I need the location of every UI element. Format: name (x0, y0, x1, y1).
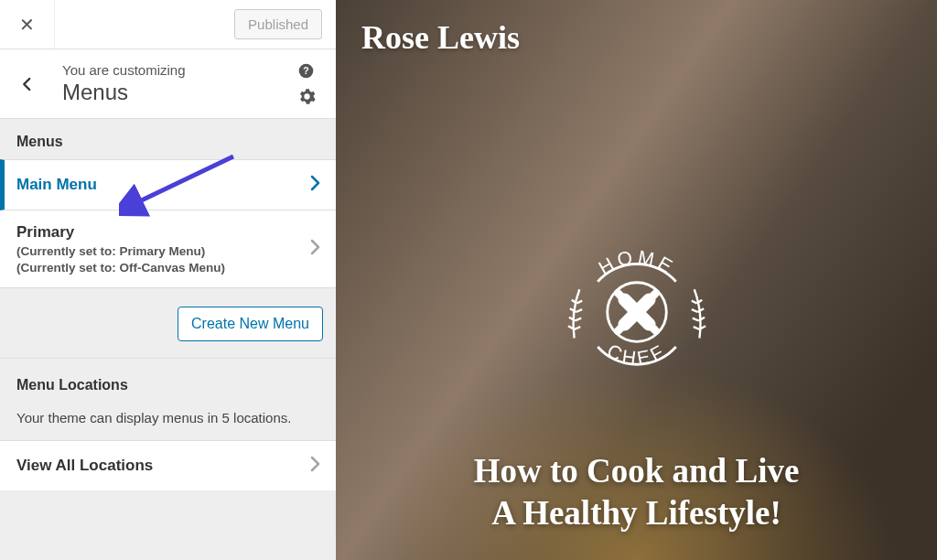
menu-item-title: Primary (16, 223, 225, 242)
badge-top-text: HOME (595, 246, 679, 278)
customizer-sidebar: ✕ Published You are customizing Menus ? … (0, 0, 336, 560)
menu-item-primary[interactable]: Primary (Currently set to: Primary Menu)… (0, 210, 336, 288)
publish-button[interactable]: Published (234, 9, 322, 39)
header-icons: ? (298, 63, 319, 105)
view-all-locations[interactable]: View All Locations (0, 440, 336, 490)
section-title: Menus (62, 80, 298, 105)
hero-line-2: A Healthy Lifestyle! (491, 494, 781, 532)
create-new-menu-button[interactable]: Create New Menu (178, 307, 323, 341)
menu-item-main[interactable]: Main Menu (0, 159, 336, 210)
svg-rect-11 (650, 289, 660, 299)
close-button[interactable]: ✕ (0, 0, 55, 48)
svg-text:?: ? (303, 65, 308, 76)
badge-bottom-text: CHEF (604, 339, 670, 369)
gear-icon[interactable] (298, 88, 316, 105)
svg-text:HOME: HOME (595, 246, 679, 278)
chevron-left-icon (19, 76, 36, 92)
site-preview: Rose Lewis HOME CHEF (336, 0, 937, 560)
svg-rect-7 (614, 289, 624, 299)
customizer-topbar: ✕ Published (0, 0, 336, 49)
view-all-locations-label: View All Locations (16, 457, 153, 475)
header-titles: You are customizing Menus (55, 62, 298, 105)
menu-locations-label: Menu Locations (0, 359, 336, 403)
back-button[interactable] (0, 62, 55, 105)
site-badge: HOME CHEF (550, 225, 724, 399)
chevron-right-icon (310, 454, 321, 478)
menu-item-title: Main Menu (16, 176, 97, 194)
chevron-right-icon (310, 237, 321, 261)
menu-locations-description: Your theme can display menus in 5 locati… (0, 403, 336, 440)
help-icon[interactable]: ? (298, 63, 316, 79)
svg-rect-10 (614, 325, 624, 335)
chevron-right-icon (310, 173, 321, 197)
menus-label: Menus (0, 119, 336, 159)
create-menu-row: Create New Menu (0, 288, 336, 359)
customizer-header: You are customizing Menus ? (0, 49, 336, 119)
close-icon: ✕ (19, 14, 35, 36)
menu-item-sub: (Currently set to: Primary Menu) (16, 244, 225, 258)
hero-line-1: How to Cook and Live (474, 452, 800, 490)
svg-text:CHEF: CHEF (604, 339, 670, 369)
menu-item-sub: (Currently set to: Off-Canvas Menu) (16, 261, 225, 275)
svg-rect-8 (650, 325, 660, 335)
customizing-label: You are customizing (62, 62, 298, 78)
hero-title: How to Cook and Live A Healthy Lifestyle… (336, 450, 937, 535)
site-name: Rose Lewis (361, 18, 520, 57)
